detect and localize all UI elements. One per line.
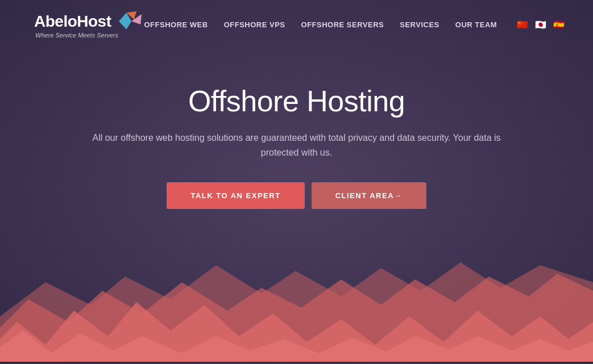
- flag-es[interactable]: 🇪🇸: [551, 19, 566, 30]
- client-area-button[interactable]: CLIENT AREA→: [312, 182, 426, 209]
- header: AbeloHost Where Service Meets Servers OF…: [0, 0, 593, 39]
- hero-buttons: TALK TO AN EXPERT CLIENT AREA→: [167, 182, 426, 209]
- logo-tagline: Where Service Meets Servers: [35, 32, 118, 39]
- nav-services[interactable]: SERVICES: [400, 20, 439, 29]
- nav-offshore-vps[interactable]: OFFSHORE VPS: [224, 20, 285, 29]
- page-wrapper: AbeloHost Where Service Meets Servers OF…: [0, 0, 593, 364]
- hero-title: Offshore Hosting: [188, 84, 405, 118]
- logo-container: AbeloHost Where Service Meets Servers: [34, 10, 144, 39]
- talk-to-expert-button[interactable]: TALK TO AN EXPERT: [167, 182, 304, 209]
- nav-offshore-servers[interactable]: OFFSHORE SERVERS: [301, 20, 384, 29]
- nav-offshore-web[interactable]: OFFSHORE WEB: [144, 20, 208, 29]
- brand-name: AbeloHost: [34, 12, 111, 31]
- nav-our-team[interactable]: OUR TEAM: [455, 20, 497, 29]
- main-nav: OFFSHORE WEB OFFSHORE VPS OFFSHORE SERVE…: [144, 19, 567, 30]
- flag-jp[interactable]: 🇯🇵: [533, 19, 548, 30]
- flag-cn[interactable]: 🇨🇳: [515, 19, 530, 30]
- lang-flags: 🇨🇳 🇯🇵 🇪🇸: [515, 19, 566, 30]
- hero-subtitle: All our offshore web hosting solutions a…: [92, 131, 501, 160]
- mountain-landscape: [0, 248, 593, 364]
- logo-text-wrapper: AbeloHost: [34, 10, 144, 33]
- hero-section: Offshore Hosting All our offshore web ho…: [0, 84, 593, 209]
- logo-icon: [116, 10, 144, 33]
